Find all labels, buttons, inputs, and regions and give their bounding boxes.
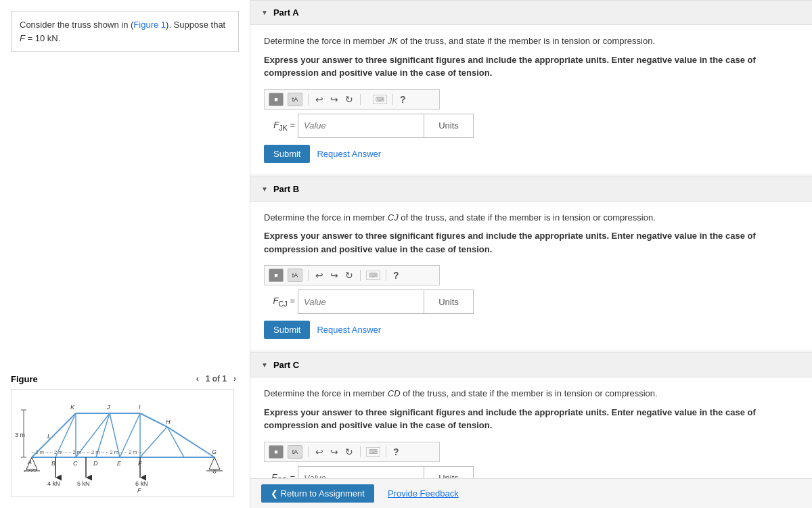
svg-text:E: E <box>117 460 122 467</box>
svg-text:←2 m→←2 m→←2 m→←2 m→←2 m→←2 m→: ←2 m→←2 m→←2 m→←2 m→←2 m→←2 m→ <box>30 449 142 455</box>
part-a-chevron: ▼ <box>261 9 268 16</box>
svg-text:C: C <box>73 460 78 467</box>
part-b-request-link[interactable]: Request Answer <box>317 325 381 335</box>
part-b-eq-label: FCJ = <box>264 296 298 308</box>
part-c-matrix-btn[interactable]: ■ <box>269 445 284 459</box>
figure-section: Figure ‹ 1 of 1 › 3 m <box>11 373 239 497</box>
feedback-link[interactable]: Provide Feedback <box>388 488 459 499</box>
part-c-redo-icon[interactable]: ↪ <box>329 446 340 457</box>
part-b-sub: CJ <box>279 300 288 308</box>
svg-text:G: G <box>212 448 217 455</box>
part-a-help-icon[interactable]: ? <box>399 94 407 105</box>
part-a-action-row: Submit Request Answer <box>264 145 798 163</box>
part-b-redo-icon[interactable]: ↪ <box>329 270 340 281</box>
svg-text:5 kN: 5 kN <box>77 480 90 487</box>
return-button[interactable]: ❮ Return to Assignment <box>261 484 374 503</box>
next-arrow[interactable]: › <box>231 373 239 385</box>
part-a-redo-icon[interactable]: ↪ <box>329 94 340 105</box>
part-b-sep3 <box>386 270 386 281</box>
part-a-kbd-box[interactable]: ⌨ <box>373 95 387 104</box>
svg-text:L: L <box>47 433 51 440</box>
prev-arrow[interactable]: ‹ <box>194 373 202 385</box>
part-a-toolbar: ■ tA ↩ ↪ ↻ ​ ⌨ ? <box>264 89 440 110</box>
part-a-label: Part A <box>273 7 299 18</box>
part-c-sep3 <box>386 446 386 457</box>
part-b-answer-row: Units <box>298 290 474 314</box>
part-c-undo-icon[interactable]: ↩ <box>314 446 325 457</box>
part-b-label: Part B <box>273 184 299 194</box>
part-a-text-btn[interactable]: tA <box>288 93 302 106</box>
svg-rect-0 <box>12 390 234 494</box>
part-b-help-icon[interactable]: ? <box>392 270 401 281</box>
part-a-sep1 <box>308 94 309 105</box>
svg-text:J: J <box>106 404 110 411</box>
part-a-units-label: Units <box>438 120 459 131</box>
truss-diagram: 3 m <box>12 390 234 494</box>
part-a-value-input[interactable] <box>298 114 424 137</box>
part-a-submit-button[interactable]: Submit <box>264 145 310 163</box>
svg-text:H: H <box>166 419 171 425</box>
part-a-question: Determine the force in member JK of the … <box>264 34 798 48</box>
svg-text:F: F <box>137 487 141 494</box>
svg-text:6 kN: 6 kN <box>135 480 148 487</box>
part-a-units-box: Units <box>424 114 473 137</box>
part-a-body: Determine the force in member JK of the … <box>250 25 812 174</box>
part-b-header[interactable]: ▼ Part B <box>250 177 812 202</box>
figure-label: Figure <box>11 374 38 384</box>
part-b-kbd-box[interactable]: ⌨ <box>366 271 380 280</box>
svg-text:D: D <box>93 460 98 467</box>
part-b-refresh-icon[interactable]: ↻ <box>344 270 355 281</box>
part-c-help-icon[interactable]: ? <box>392 446 401 457</box>
figure-canvas: 3 m <box>11 389 234 497</box>
part-b-sep2 <box>360 270 361 281</box>
right-panel: ▼ Part A Determine the force in member J… <box>250 0 812 508</box>
part-b-question: Determine the force in member CJ of the … <box>264 211 798 225</box>
part-c-question: Determine the force in member CD of the … <box>264 387 798 400</box>
part-b-section: ▼ Part B Determine the force in member C… <box>250 177 812 350</box>
part-b-matrix-btn[interactable]: ■ <box>269 269 284 282</box>
part-c-member: CD <box>388 388 401 398</box>
part-b-action-row: Submit Request Answer <box>264 321 798 339</box>
part-a-refresh-icon[interactable]: ↻ <box>344 94 355 105</box>
part-b-units-box: Units <box>424 290 473 313</box>
part-a-undo-icon[interactable]: ↩ <box>314 94 325 105</box>
part-a-sep3 <box>392 94 393 105</box>
part-a-sep2 <box>360 94 361 105</box>
part-c-kbd-box[interactable]: ⌨ <box>366 447 380 457</box>
part-b-value-input[interactable] <box>298 290 424 313</box>
part-b-text-btn[interactable]: tA <box>288 269 302 282</box>
part-c-sep2 <box>360 446 361 457</box>
part-a-input-row: FJK = Units <box>264 114 798 138</box>
part-a-kbd-icon[interactable]: ​ <box>366 94 369 105</box>
part-a-header[interactable]: ▼ Part A <box>250 1 812 25</box>
svg-text:3 m: 3 m <box>15 432 25 438</box>
part-c-refresh-icon[interactable]: ↻ <box>344 446 355 457</box>
part-b-submit-button[interactable]: Submit <box>264 321 310 339</box>
part-a-eq-label: FJK = <box>264 120 298 132</box>
part-c-text-btn[interactable]: tA <box>288 445 302 459</box>
svg-text:K: K <box>70 404 75 411</box>
part-a-section: ▼ Part A Determine the force in member J… <box>250 0 812 174</box>
part-b-chevron: ▼ <box>261 185 268 193</box>
svg-text:4 kN: 4 kN <box>47 480 60 487</box>
part-a-request-link[interactable]: Request Answer <box>317 149 381 159</box>
part-c-toolbar: ■ tA ↩ ↪ ↻ ⌨ ? <box>264 442 440 462</box>
part-b-units-label: Units <box>438 297 459 307</box>
part-c-chevron: ▼ <box>261 361 268 369</box>
part-c-instruction: Express your answer to three significant… <box>264 406 798 432</box>
part-a-matrix-btn[interactable]: ■ <box>269 93 284 106</box>
problem-statement: Consider the truss shown in (Figure 1). … <box>11 11 239 52</box>
left-panel: Consider the truss shown in (Figure 1). … <box>0 0 250 508</box>
part-c-header[interactable]: ▼ Part C <box>250 353 812 377</box>
part-b-undo-icon[interactable]: ↩ <box>314 270 325 281</box>
bottom-bar: ❮ Return to Assignment Provide Feedback <box>250 478 812 508</box>
part-b-instruction: Express your answer to three significant… <box>264 229 798 256</box>
part-c-label: Part C <box>273 360 299 370</box>
part-b-member: CJ <box>388 212 399 223</box>
svg-text:B: B <box>51 460 55 467</box>
part-c-sep1 <box>308 446 309 457</box>
part-a-sub: JK <box>279 123 288 131</box>
part-b-toolbar: ■ tA ↩ ↪ ↻ ⌨ ? <box>264 265 440 285</box>
figure-header: Figure ‹ 1 of 1 › <box>11 373 239 385</box>
figure-link[interactable]: Figure 1 <box>133 20 166 30</box>
